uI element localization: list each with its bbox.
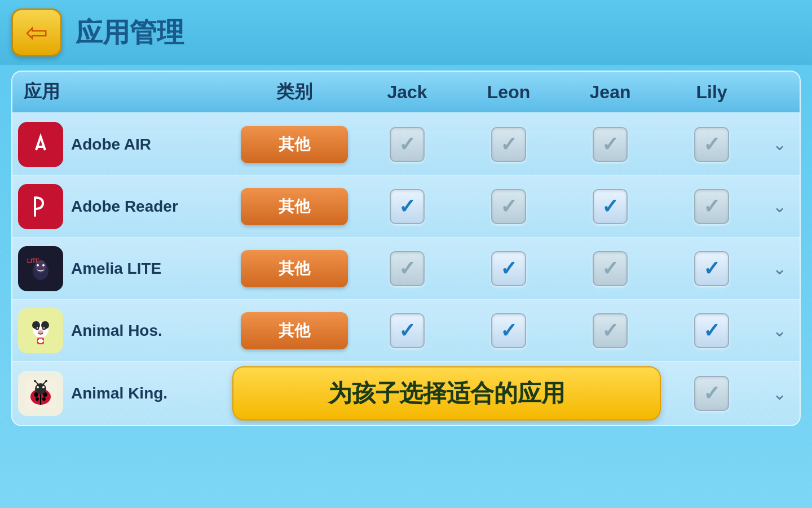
app-name-adobe-reader: Adobe Reader <box>71 198 178 216</box>
app-rows-container: Adobe AIR 其他 ✓ ✓ ✓ <box>12 113 800 425</box>
checkbox-leon-adobe-air[interactable]: ✓ <box>491 127 526 162</box>
tooltip-text: 为孩子选择适合的应用 <box>328 378 565 409</box>
checkbox-lily-animal-king[interactable]: ✓ <box>694 376 729 411</box>
svg-rect-20 <box>38 340 43 342</box>
table-row: Animal King. 为孩子选择适合的应用 ✓ ⌄ <box>12 362 800 425</box>
expand-cell-amelia[interactable]: ⌄ <box>762 259 796 278</box>
checkbox-jack-animal-hos[interactable]: ✓ <box>390 313 425 348</box>
category-cell-adobe-air: 其他 <box>232 126 356 163</box>
col-header-category: 类别 <box>232 80 356 104</box>
category-button-amelia[interactable]: 其他 <box>241 250 348 287</box>
checkmark-lily-animal-hos: ✓ <box>703 319 720 343</box>
category-cell-amelia: 其他 <box>232 250 356 287</box>
app-icon-animal-king <box>18 371 63 416</box>
chevron-icon-adobe-reader[interactable]: ⌄ <box>773 196 787 216</box>
lily-checkbox-amelia[interactable]: ✓ <box>661 251 762 286</box>
svg-point-28 <box>35 383 46 395</box>
checkbox-jack-amelia[interactable]: ✓ <box>390 251 425 286</box>
table-row: Animal Hos. 其他 ✓ ✓ ✓ <box>12 300 800 362</box>
app-info-adobe-reader: Adobe Reader <box>18 184 232 229</box>
app-info-amelia: LITE Amelia LITE <box>18 246 232 291</box>
jack-checkbox-adobe-reader[interactable]: ✓ <box>356 189 458 224</box>
checkbox-jack-adobe-reader[interactable]: ✓ <box>390 189 425 224</box>
table-header: 应用 类别 Jack Leon Jean Lily <box>12 72 800 113</box>
col-header-app: 应用 <box>18 80 232 104</box>
svg-point-8 <box>42 264 45 266</box>
lily-checkbox-animal-hos[interactable]: ✓ <box>661 313 762 348</box>
svg-point-32 <box>34 380 36 382</box>
leon-checkbox-amelia[interactable]: ✓ <box>458 251 559 286</box>
checkmark-lily-adobe-air: ✓ <box>703 133 720 156</box>
app-name-animal-king: Animal King. <box>71 384 167 402</box>
checkbox-lily-adobe-reader[interactable]: ✓ <box>694 189 729 224</box>
app-management-table: 应用 类别 Jack Leon Jean Lily Adobe AIR 其他 <box>11 71 801 426</box>
jack-checkbox-adobe-air[interactable]: ✓ <box>356 127 458 162</box>
svg-point-27 <box>42 397 46 401</box>
checkbox-jean-animal-hos[interactable]: ✓ <box>593 313 628 348</box>
svg-point-30 <box>42 386 45 388</box>
back-arrow-icon: ⇦ <box>25 19 48 46</box>
category-button-animal-hos[interactable]: 其他 <box>241 312 348 349</box>
checkbox-jean-adobe-air[interactable]: ✓ <box>593 127 628 162</box>
page-title: 应用管理 <box>76 15 184 51</box>
expand-cell-adobe-air[interactable]: ⌄ <box>762 134 796 154</box>
lily-checkbox-adobe-reader[interactable]: ✓ <box>661 189 762 224</box>
jean-checkbox-adobe-air[interactable]: ✓ <box>559 127 661 162</box>
svg-point-15 <box>37 327 38 328</box>
jack-checkbox-amelia[interactable]: ✓ <box>356 251 458 286</box>
checkmark-jack-amelia: ✓ <box>399 257 416 281</box>
checkbox-lily-adobe-air[interactable]: ✓ <box>694 127 729 162</box>
table-row: Adobe Reader 其他 ✓ ✓ ✓ <box>12 176 800 238</box>
expand-cell-adobe-reader[interactable]: ⌄ <box>762 196 796 216</box>
checkmark-leon-adobe-air: ✓ <box>500 133 517 156</box>
app-icon-adobe-air <box>18 122 63 167</box>
checkbox-jean-adobe-reader[interactable]: ✓ <box>593 189 628 224</box>
app-name-adobe-air: Adobe AIR <box>71 135 151 154</box>
checkmark-leon-adobe-reader: ✓ <box>500 195 517 218</box>
leon-checkbox-adobe-reader[interactable]: ✓ <box>458 189 559 224</box>
checkmark-lily-animal-king: ✓ <box>703 382 720 405</box>
checkmark-leon-animal-hos: ✓ <box>500 319 517 343</box>
checkmark-jean-adobe-air: ✓ <box>602 133 619 156</box>
jean-checkbox-adobe-reader[interactable]: ✓ <box>559 189 661 224</box>
lily-checkbox-adobe-air[interactable]: ✓ <box>661 127 762 162</box>
header: ⇦ 应用管理 <box>0 0 812 65</box>
expand-cell-animal-king[interactable]: ⌄ <box>762 384 796 404</box>
category-button-adobe-reader[interactable]: 其他 <box>241 188 348 225</box>
tooltip-banner: 为孩子选择适合的应用 <box>232 366 661 421</box>
checkmark-jean-amelia: ✓ <box>602 257 619 281</box>
chevron-icon-adobe-air[interactable]: ⌄ <box>773 134 787 154</box>
expand-cell-animal-hos[interactable]: ⌄ <box>762 321 796 340</box>
svg-point-29 <box>37 386 39 388</box>
leon-checkbox-animal-hos[interactable]: ✓ <box>458 313 559 348</box>
app-info-adobe-air: Adobe AIR <box>18 122 232 167</box>
checkbox-leon-animal-hos[interactable]: ✓ <box>491 313 526 348</box>
checkbox-jack-adobe-air[interactable]: ✓ <box>390 127 425 162</box>
checkbox-leon-amelia[interactable]: ✓ <box>491 251 526 286</box>
jean-checkbox-animal-hos[interactable]: ✓ <box>559 313 661 348</box>
app-info-animal-hos: Animal Hos. <box>18 308 232 353</box>
leon-checkbox-adobe-air[interactable]: ✓ <box>458 127 559 162</box>
checkmark-jack-adobe-reader: ✓ <box>399 195 416 218</box>
checkbox-leon-adobe-reader[interactable]: ✓ <box>491 189 526 224</box>
svg-point-26 <box>36 397 39 401</box>
svg-point-7 <box>37 264 39 266</box>
jean-checkbox-amelia[interactable]: ✓ <box>559 251 661 286</box>
checkbox-lily-animal-hos[interactable]: ✓ <box>694 313 729 348</box>
category-button-adobe-air[interactable]: 其他 <box>241 126 348 163</box>
col-header-lily: Lily <box>661 82 762 103</box>
app-name-amelia: Amelia LITE <box>71 260 161 278</box>
jack-checkbox-animal-hos[interactable]: ✓ <box>356 313 458 348</box>
checkbox-jean-amelia[interactable]: ✓ <box>593 251 628 286</box>
checkmark-lily-amelia: ✓ <box>703 257 720 281</box>
lily-checkbox-animal-king[interactable]: ✓ <box>661 376 762 411</box>
chevron-icon-animal-king[interactable]: ⌄ <box>773 384 787 404</box>
back-button[interactable]: ⇦ <box>11 8 62 56</box>
app-icon-adobe-reader <box>18 184 63 229</box>
chevron-icon-animal-hos[interactable]: ⌄ <box>773 321 787 340</box>
app-icon-amelia: LITE <box>18 246 63 291</box>
col-header-leon: Leon <box>458 82 559 103</box>
chevron-icon-amelia[interactable]: ⌄ <box>773 259 787 278</box>
checkbox-lily-amelia[interactable]: ✓ <box>694 251 729 286</box>
category-cell-adobe-reader: 其他 <box>232 188 356 225</box>
